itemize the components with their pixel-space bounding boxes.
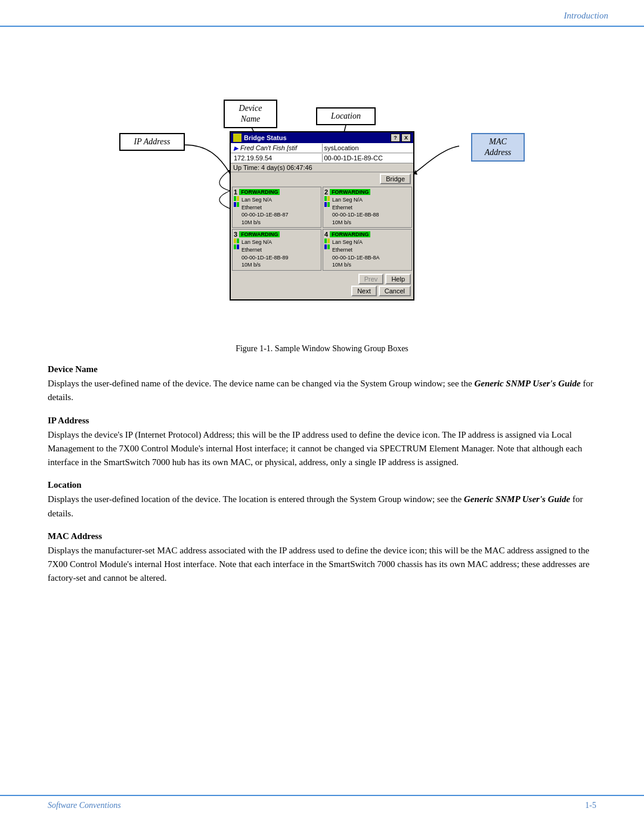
port-1-text: Lan Seg N/AEthernet00-00-1D-1E-8B-8710M … [242,196,289,226]
port-1-header: 1 FORWARDING [234,188,320,196]
port-4-header: 4 FORWARDING [324,231,410,238]
bridge-title: Bridge Status [244,134,287,141]
port-grid: 1 FORWARDING [231,185,413,272]
port-1-details: Lan Seg N/AEthernet00-00-1D-1E-8B-8710M … [234,196,320,226]
content-area: IP Address DeviceName Location MACAddres… [0,27,644,614]
cancel-button[interactable]: Cancel [379,286,411,296]
section-location-text: Displays the user-defined location of th… [48,493,596,521]
port-2: 2 FORWARDING [323,187,412,228]
port-3-details: Lan Seg N/AEthernet00-00-1D-1E-8B-8910M … [234,239,320,268]
bottom-btn-row: Next Cancel [233,286,411,296]
section-ip-address-text: Displays the device's IP (Internet Proto… [48,428,596,470]
section-mac-address: MAC Address Displays the manufacturer-se… [48,531,596,586]
bridge-button[interactable]: Bridge [380,174,411,184]
bridge-icon [233,134,242,142]
footer-left: Software Conventions [48,801,121,810]
port-4-icon [324,239,330,249]
close-window-btn[interactable]: X [401,134,411,142]
prev-button[interactable]: Prev [358,274,384,284]
port-2-details: Lan Seg N/AEthernet00-00-1D-1E-8B-8810M … [324,196,410,226]
port-3-icon [234,239,240,249]
bridge-mac: 00-00-1D-1E-89-CC [323,154,413,162]
callout-ip-address: IP Address [119,133,185,151]
section-mac-address-text: Displays the manufacturer-set MAC addres… [48,544,596,586]
port-4-text: Lan Seg N/AEthernet00-00-1D-1E-8B-8A10M … [332,239,380,268]
figure-caption: Figure 1-1. Sample Window Showing Group … [236,344,408,354]
figure-area: IP Address DeviceName Location MACAddres… [48,45,596,354]
port-2-icon [324,196,330,207]
section-location: Location Displays the user-defined locat… [48,480,596,521]
page-footer: Software Conventions 1-5 [0,795,644,815]
bridge-btn-area: Bridge [231,172,413,185]
port-3-text: Lan Seg N/AEthernet00-00-1D-1E-8B-8910M … [242,239,289,268]
section-mac-address-title: MAC Address [48,531,596,541]
help-window-btn[interactable]: ? [391,134,400,142]
callout-mac-address: MACAddress [471,133,525,162]
port-1-icon [234,196,240,207]
bridge-info-row2: 172.19.59.54 00-00-1D-1E-89-CC [231,153,413,163]
port-4-details: Lan Seg N/AEthernet00-00-1D-1E-8B-8A10M … [324,239,410,268]
port-sq-blue [234,202,236,207]
callout-location: Location [316,107,376,125]
callout-device-name: DeviceName [224,100,277,128]
section-device-name-title: Device Name [48,364,596,374]
footer-right: 1-5 [585,801,596,810]
bridge-device-name: ▶ Fred Can't Fish [stif [232,144,323,152]
bridge-uptime: Up Time: 4 day(s) 06:47:46 [231,163,413,172]
section-device-name-text: Displays the user-defined name of the de… [48,377,596,405]
port-sq-yellow [237,196,239,201]
top-btn-row: Prev Help [233,274,411,284]
bridge-status-window: Bridge Status ? X ▶ Fred Can't Fish [sti… [230,131,414,301]
port-sq-green [234,196,236,201]
bridge-bottom-btns: Prev Help Next Cancel [231,272,413,299]
titlebar-buttons: ? X [391,134,411,142]
port-1: 1 FORWARDING [232,187,321,228]
bridge-info-row1: ▶ Fred Can't Fish [stif sysLocation [231,143,413,153]
port-2-header: 2 FORWARDING [324,188,410,196]
diagram-container: IP Address DeviceName Location MACAddres… [119,45,525,337]
page-header: Introduction [0,0,644,27]
bridge-ip: 172.19.59.54 [232,154,323,162]
section-ip-address-title: IP Address [48,416,596,426]
port-4: 4 FORWARDING [323,229,412,270]
next-button[interactable]: Next [351,286,377,296]
bridge-location: sysLocation [323,144,413,152]
port-2-text: Lan Seg N/AEthernet00-00-1D-1E-8B-8810M … [332,196,379,226]
bridge-titlebar: Bridge Status ? X [231,132,413,143]
section-device-name: Device Name Displays the user-defined na… [48,364,596,405]
port-3-header: 3 FORWARDING [234,231,320,238]
header-title: Introduction [564,11,608,21]
section-ip-address: IP Address Displays the device's IP (Int… [48,416,596,470]
help-button[interactable]: Help [385,274,411,284]
titlebar-left: Bridge Status [233,134,287,142]
section-location-title: Location [48,480,596,490]
port-3: 3 FORWARDING [232,229,321,270]
port-sq-green2 [237,202,239,207]
